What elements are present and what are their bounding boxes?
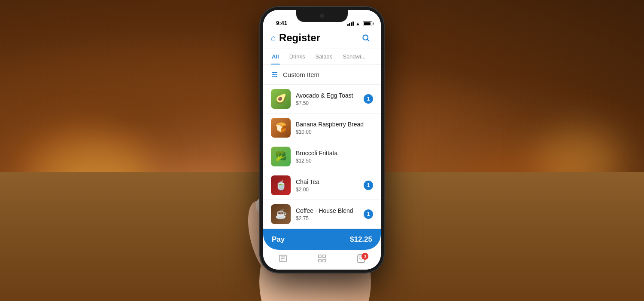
tab-salads[interactable]: Salads bbox=[314, 49, 333, 64]
item-info: Coffee - House Blend $2.75 bbox=[296, 207, 358, 221]
item-price: $7.50 bbox=[296, 100, 358, 106]
svg-rect-13 bbox=[323, 255, 325, 258]
bottom-nav: 3 bbox=[263, 250, 381, 270]
item-info: Avocado & Egg Toast $7.50 bbox=[296, 92, 358, 106]
item-image: 🍞 bbox=[271, 118, 291, 138]
item-price: $2.75 bbox=[296, 215, 358, 221]
svg-rect-15 bbox=[323, 259, 325, 262]
header-left: ⌂ Register bbox=[271, 32, 320, 44]
status-time: 9:41 bbox=[272, 20, 287, 26]
notch bbox=[296, 10, 348, 22]
item-info: Chai Tea $2.00 bbox=[296, 178, 358, 193]
home-icon[interactable]: ⌂ bbox=[271, 34, 276, 43]
item-name: Broccoli Frittata bbox=[296, 149, 373, 157]
camera bbox=[320, 14, 324, 18]
pay-label: Pay bbox=[272, 235, 285, 244]
item-name: Coffee - House Blend bbox=[296, 207, 358, 215]
svg-rect-12 bbox=[319, 255, 321, 258]
nav-item-grid[interactable] bbox=[317, 254, 327, 265]
item-name: Avocado & Egg Toast bbox=[296, 92, 358, 99]
item-price: $12.50 bbox=[296, 158, 373, 164]
menu-item[interactable]: 🍵 Chai Tea $2.00 1 bbox=[263, 171, 381, 200]
custom-item-label: Custom Item bbox=[283, 71, 319, 78]
nav-item-register[interactable] bbox=[278, 254, 288, 265]
menu-item[interactable]: 🫖 Earl Grey Tea $2.00 bbox=[263, 229, 381, 229]
status-icons: ▲ bbox=[347, 21, 372, 26]
item-price: $2.00 bbox=[296, 187, 358, 193]
item-info: Broccoli Frittata $12.50 bbox=[296, 149, 373, 164]
item-image: 🍵 bbox=[271, 175, 291, 195]
app-content: 9:41 ▲ bbox=[263, 10, 381, 270]
cart-badge: 3 bbox=[361, 253, 368, 260]
menu-items-container: 🥑 Avocado & Egg Toast $7.50 1 🍞 Banana R… bbox=[263, 85, 381, 229]
menu-item[interactable]: ☕ Coffee - House Blend $2.75 1 bbox=[263, 200, 381, 229]
grid-icon bbox=[317, 254, 327, 265]
custom-item-icon bbox=[271, 71, 279, 78]
menu-item[interactable]: 🥦 Broccoli Frittata $12.50 bbox=[263, 142, 381, 171]
nav-item-cart[interactable]: 3 bbox=[356, 254, 366, 265]
battery-icon bbox=[363, 22, 372, 26]
item-image: ☕ bbox=[271, 204, 291, 224]
item-list[interactable]: Custom Item 🥑 Avocado & Egg Toast $7.50 … bbox=[263, 64, 381, 229]
svg-rect-14 bbox=[319, 259, 321, 262]
item-badge: 1 bbox=[364, 94, 373, 104]
phone-device: 9:41 ▲ bbox=[260, 6, 384, 273]
item-image: 🥦 bbox=[271, 147, 291, 166]
custom-item[interactable]: Custom Item bbox=[263, 64, 381, 85]
item-info: Banana Raspberry Bread $10.00 bbox=[296, 120, 373, 135]
menu-item[interactable]: 🥑 Avocado & Egg Toast $7.50 1 bbox=[263, 85, 381, 114]
item-name: Banana Raspberry Bread bbox=[296, 120, 373, 128]
item-image: 🥑 bbox=[271, 89, 291, 109]
scene: 9:41 ▲ bbox=[0, 0, 644, 301]
hand-phone-wrapper: 9:41 ▲ bbox=[236, 6, 408, 299]
item-badge: 1 bbox=[364, 209, 373, 219]
tab-drinks[interactable]: Drinks bbox=[289, 49, 306, 64]
pay-bar[interactable]: Pay $12.25 bbox=[263, 229, 381, 250]
signal-icon bbox=[347, 22, 354, 26]
phone-screen: 9:41 ▲ bbox=[263, 10, 381, 270]
item-price: $10.00 bbox=[296, 129, 373, 135]
item-badge: 1 bbox=[364, 181, 373, 190]
register-icon bbox=[278, 254, 288, 265]
search-button[interactable] bbox=[358, 31, 373, 45]
tab-all[interactable]: All bbox=[271, 49, 280, 64]
item-name: Chai Tea bbox=[296, 178, 358, 186]
app-title: Register bbox=[279, 32, 320, 44]
svg-line-1 bbox=[368, 40, 369, 41]
menu-item[interactable]: 🍞 Banana Raspberry Bread $10.00 bbox=[263, 114, 381, 142]
tab-sandwiches[interactable]: Sandwi... bbox=[342, 49, 366, 64]
category-tabs: All Drinks Salads Sandwi... bbox=[263, 49, 381, 64]
pay-amount: $12.25 bbox=[350, 235, 372, 244]
wifi-icon: ▲ bbox=[355, 21, 360, 26]
